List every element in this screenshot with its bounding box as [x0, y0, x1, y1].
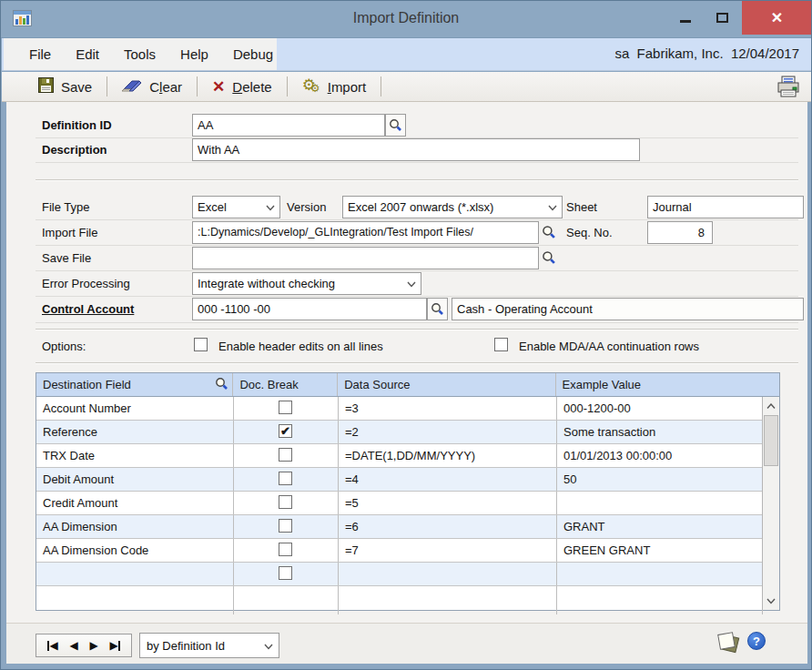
- col-doc-break[interactable]: Doc. Break: [233, 373, 338, 396]
- mapping-grid: Destination Field Doc. Break Data Source…: [36, 372, 780, 611]
- doc-break-checkbox[interactable]: ✔: [279, 424, 292, 438]
- doc-break-checkbox[interactable]: [279, 401, 292, 414]
- scroll-up-button[interactable]: [763, 398, 779, 414]
- menu-help[interactable]: Help: [180, 46, 208, 62]
- cell-destination-field[interactable]: [36, 563, 234, 585]
- previous-record-button[interactable]: ◀: [69, 639, 77, 652]
- menu-tools[interactable]: Tools: [124, 46, 156, 62]
- cell-example-value[interactable]: [557, 563, 763, 585]
- col-data-source[interactable]: Data Source: [338, 373, 555, 396]
- row-divider: [36, 270, 798, 271]
- cell-example-value[interactable]: 50: [557, 468, 763, 491]
- grid-row[interactable]: [36, 586, 779, 614]
- next-record-button[interactable]: ▶: [89, 639, 97, 652]
- clear-button[interactable]: Clear: [111, 78, 193, 95]
- enable-header-edits-checkbox[interactable]: [194, 338, 208, 351]
- control-account-label[interactable]: Control Account: [42, 302, 134, 316]
- note-button[interactable]: [715, 629, 742, 660]
- version-dropdown[interactable]: Excel 2007 onwards (*.xlsx): [342, 196, 563, 218]
- file-type-dropdown[interactable]: Excel: [192, 196, 280, 218]
- cell-destination-field[interactable]: Account Number: [36, 397, 234, 420]
- definition-id-field[interactable]: AA: [192, 114, 385, 137]
- delete-label: Delete: [232, 79, 271, 95]
- menu-file[interactable]: File: [29, 46, 51, 62]
- chevron-down-icon: [264, 644, 273, 650]
- definition-id-lookup-button[interactable]: [385, 114, 406, 137]
- cell-destination-field[interactable]: AA Dimension Code: [36, 539, 234, 562]
- cell-example-value[interactable]: GREEN GRANT: [557, 539, 763, 562]
- description-field[interactable]: With AA: [192, 138, 640, 161]
- grid-row[interactable]: AA Dimension Code =7 GREEN GRANT: [36, 539, 779, 563]
- menu-edit[interactable]: Edit: [76, 46, 99, 62]
- cell-data-source[interactable]: =4: [339, 468, 557, 491]
- cell-example-value[interactable]: [557, 586, 763, 614]
- cell-destination-field[interactable]: [36, 586, 234, 614]
- cell-data-source[interactable]: =7: [339, 539, 557, 562]
- cell-example-value[interactable]: Some transaction: [557, 421, 763, 443]
- import-file-field[interactable]: :L:Dynamics/Develop/_GLIntegration/Test …: [192, 221, 539, 244]
- last-record-button[interactable]: ▶: [109, 639, 119, 652]
- cell-example-value[interactable]: 000-1200-00: [557, 397, 763, 420]
- seq-no-field[interactable]: 8: [647, 221, 713, 244]
- minimize-button[interactable]: [669, 1, 702, 35]
- grid-scrollbar[interactable]: [762, 397, 779, 610]
- print-button[interactable]: [776, 76, 801, 102]
- scroll-down-button[interactable]: [763, 593, 779, 609]
- doc-break-checkbox[interactable]: [279, 566, 292, 580]
- close-button[interactable]: ✕: [742, 1, 812, 35]
- control-account-field[interactable]: 000 -1100 -00: [192, 298, 427, 320]
- save-file-lookup-button[interactable]: [540, 248, 558, 268]
- cell-destination-field[interactable]: Credit Amount: [36, 492, 234, 514]
- cell-data-source[interactable]: [339, 563, 557, 585]
- cell-data-source[interactable]: [339, 586, 557, 614]
- cell-destination-field[interactable]: TRX Date: [36, 444, 234, 467]
- error-processing-dropdown[interactable]: Integrate without checking: [192, 272, 421, 295]
- section-divider: [36, 362, 798, 364]
- sort-by-dropdown[interactable]: by Definition Id: [139, 633, 279, 658]
- grid-row[interactable]: AA Dimension =6 GRANT: [36, 515, 779, 539]
- grid-row[interactable]: TRX Date =DATE(1,DD/MM/YYYY) 01/01/2013 …: [36, 444, 779, 468]
- scrollbar-thumb[interactable]: [764, 415, 778, 466]
- cell-data-source[interactable]: =5: [339, 492, 557, 514]
- cell-destination-field[interactable]: AA Dimension: [36, 515, 234, 538]
- col-example-value[interactable]: Example Value: [556, 373, 779, 396]
- enable-mda-aa-label: Enable MDA/AA continuation rows: [519, 340, 699, 353]
- col-destination-field[interactable]: Destination Field: [36, 373, 233, 396]
- cell-example-value[interactable]: GRANT: [557, 515, 763, 538]
- enable-mda-aa-checkbox[interactable]: [494, 338, 508, 351]
- doc-break-checkbox[interactable]: [279, 472, 292, 485]
- sheet-field[interactable]: Journal: [647, 196, 804, 218]
- cell-example-value[interactable]: 01/01/2013 00:00:00: [557, 444, 763, 467]
- save-button[interactable]: Save: [27, 77, 103, 96]
- cell-data-source[interactable]: =3: [339, 397, 557, 420]
- doc-break-checkbox[interactable]: [279, 448, 292, 462]
- grid-row[interactable]: Debit Amount =4 50: [36, 468, 779, 492]
- chevron-up-icon: [766, 403, 776, 410]
- control-account-lookup-button[interactable]: [427, 298, 448, 320]
- grid-row[interactable]: [36, 563, 779, 586]
- cell-destination-field[interactable]: Reference: [36, 421, 234, 443]
- doc-break-checkbox[interactable]: [279, 543, 292, 556]
- toolbar-separator: [381, 76, 381, 96]
- cell-example-value[interactable]: [557, 492, 763, 514]
- menu-debug[interactable]: Debug: [233, 46, 273, 62]
- import-file-lookup-button[interactable]: [540, 222, 558, 242]
- chevron-down-icon: [548, 205, 557, 211]
- doc-break-checkbox[interactable]: [279, 495, 292, 509]
- cell-data-source[interactable]: =6: [339, 515, 557, 538]
- first-record-button[interactable]: ◀: [47, 639, 57, 652]
- cell-data-source[interactable]: =DATE(1,DD/MM/YYYY): [339, 444, 557, 467]
- doc-break-checkbox[interactable]: [279, 519, 292, 533]
- save-file-field[interactable]: [192, 247, 539, 269]
- magnifier-icon: [431, 302, 444, 316]
- grid-row[interactable]: Credit Amount =5: [36, 492, 779, 515]
- grid-lookup-button[interactable]: [215, 377, 228, 393]
- help-button[interactable]: ?: [747, 632, 766, 650]
- grid-row[interactable]: Account Number =3 000-1200-00: [36, 397, 779, 421]
- import-button[interactable]: ⚙⚙ Import: [291, 78, 378, 95]
- cell-destination-field[interactable]: Debit Amount: [36, 468, 234, 491]
- delete-button[interactable]: ✕ Delete: [201, 79, 283, 95]
- maximize-button[interactable]: [704, 1, 740, 35]
- grid-row[interactable]: Reference ✔ =2 Some transaction: [36, 421, 779, 444]
- cell-data-source[interactable]: =2: [339, 421, 557, 443]
